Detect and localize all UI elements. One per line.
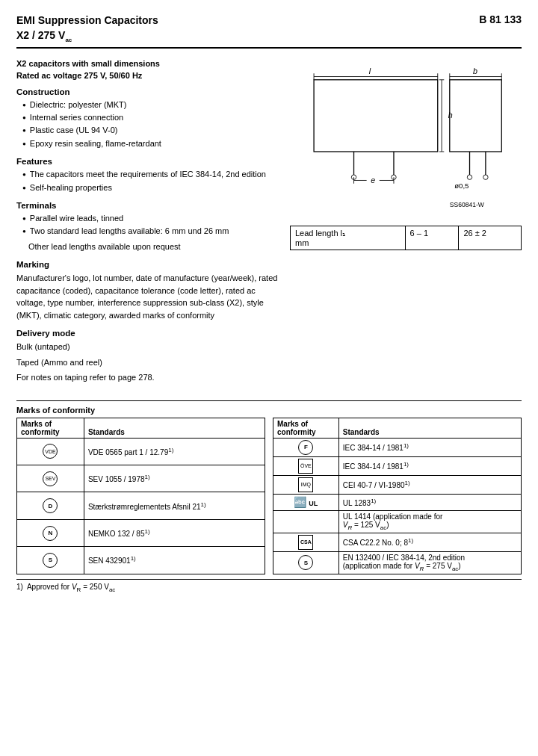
delivery-line2: Taped (Ammo and reel): [16, 356, 278, 369]
features-list: The capacitors meet the requirements of …: [16, 169, 278, 193]
list-item: Two standard lead lengths available: 6 m…: [22, 226, 278, 237]
standard-cell: Stærkstrømreglementets Afsnil 211): [84, 492, 265, 519]
table-row: ÖVE IEC 384-14 / 19811): [273, 456, 522, 475]
svg-text:b: b: [473, 66, 477, 75]
svg-point-26: [467, 175, 471, 179]
svg-point-27: [483, 175, 488, 179]
mark-cell: S: [17, 547, 84, 574]
standard-cell: EN 132400 / IEC 384-14, 2nd edition(appl…: [338, 551, 521, 574]
standard-cell: IEC 384-14 / 19811): [338, 456, 521, 475]
main-content: X2 capacitors with small dimensions Rate…: [16, 59, 522, 390]
table-row: UL 1414 (application made forVR = 125 Va…: [273, 510, 522, 533]
list-item: Parallel wire leads, tinned: [22, 213, 278, 224]
mark-cell: CSA: [273, 533, 339, 551]
svg-text:SS60841-W: SS60841-W: [450, 200, 485, 208]
svg-text:ø0,5: ø0,5: [454, 182, 469, 190]
table-row: CSA CSA C22.2 No. 0; 81): [273, 533, 522, 551]
standard-cell: IEC 384-14 / 19811): [338, 438, 521, 456]
standard-cell: SEV 1055 / 19781): [84, 465, 265, 492]
lead-length-table: Lead length l₁ mm 6 – 1 26 ± 2: [290, 226, 522, 250]
list-item: Plastic case (UL 94 V-0): [22, 125, 278, 136]
mark-cell: N: [17, 519, 84, 546]
mark-cell: SEV: [17, 465, 84, 492]
standard-cell: SEN 4329011): [84, 547, 265, 574]
capacitor-svg: l b h e: [290, 59, 522, 219]
lead-table-header: Lead length l₁ mm: [291, 226, 406, 250]
header-code: B 81 133: [479, 13, 522, 25]
table-row: VDE VDE 0565 part 1 / 12.791): [17, 438, 265, 465]
lead-table-value2: 26 ± 2: [459, 226, 522, 250]
left-conformity-table: Marks ofconformity Standards VDE VDE 056…: [16, 418, 265, 574]
standard-cell: UL 1414 (application made forVR = 125 Va…: [338, 510, 521, 533]
delivery-title: Delivery mode: [16, 329, 278, 338]
list-item: The capacitors meet the requirements of …: [22, 169, 278, 180]
table-row: IMQ CEI 40-7 / VI-19801): [273, 475, 522, 494]
right-column: l b h e: [290, 59, 522, 390]
list-item: Internal series connection: [22, 112, 278, 123]
mark-cell: IMQ: [273, 475, 339, 494]
construction-title: Construction: [16, 87, 278, 96]
table-row: D Stærkstrømreglementets Afsnil 211): [17, 492, 265, 519]
svg-text:l: l: [369, 66, 371, 75]
right-conformity-table: Marks ofconformity Standards F IEC 384-1…: [273, 418, 522, 574]
list-item: Dielectric: polyester (MKT): [22, 99, 278, 111]
terminals-list: Parallel wire leads, tinned Two standard…: [16, 213, 278, 238]
col-header-standards-right: Standards: [338, 418, 521, 438]
mark-cell: S: [273, 551, 339, 574]
conformity-tables: Marks ofconformity Standards VDE VDE 056…: [16, 418, 522, 574]
list-item: Self-healing properties: [22, 182, 278, 193]
intro-line1: X2 capacitors with small dimensions: [16, 59, 278, 68]
page-header: EMI Suppression Capacitors X2 / 275 Vac …: [16, 13, 522, 49]
conformity-section: Marks of conformity Marks ofconformity S…: [16, 400, 522, 574]
table-row: SEV SEV 1055 / 19781): [17, 465, 265, 492]
table-row: 🔤 UL UL 12831): [273, 494, 522, 510]
terminals-extra: Other lead lengths available upon reques…: [16, 241, 278, 253]
mark-cell: D: [17, 492, 84, 519]
mark-cell: [273, 510, 339, 533]
features-title: Features: [16, 157, 278, 166]
lead-table-value1: 6 – 1: [405, 226, 459, 250]
svg-rect-20: [450, 79, 501, 151]
intro-line2: Rated ac voltage 275 V, 50/60 Hz: [16, 71, 278, 80]
table-row: N NEMKO 132 / 851): [17, 519, 265, 546]
svg-rect-8: [314, 79, 438, 151]
delivery-line1: Bulk (untaped): [16, 341, 278, 353]
diagram-area: l b h e: [290, 59, 522, 220]
marking-title: Marking: [16, 260, 278, 269]
standard-cell: NEMKO 132 / 851): [84, 519, 265, 546]
table-row: S SEN 4329011): [17, 547, 265, 574]
col-header-marks-left: Marks ofconformity: [17, 418, 84, 438]
mark-cell: 🔤 UL: [273, 494, 339, 510]
col-header-marks-right: Marks ofconformity: [273, 418, 339, 438]
list-item: Epoxy resin sealing, flame-retardant: [22, 138, 278, 149]
footnote-text: 1) Approved for VR = 250 Vac: [16, 583, 115, 591]
standard-cell: CEI 40-7 / VI-19801): [338, 475, 521, 494]
standard-cell: CSA C22.2 No. 0; 81): [338, 533, 521, 551]
mark-cell: F: [273, 438, 339, 456]
standard-cell: VDE 0565 part 1 / 12.791): [84, 438, 265, 465]
table-row: S EN 132400 / IEC 384-14, 2nd edition(ap…: [273, 551, 522, 574]
svg-text:h: h: [448, 111, 453, 120]
mark-cell: VDE: [17, 438, 84, 465]
svg-text:e: e: [371, 175, 375, 184]
terminals-title: Terminals: [16, 201, 278, 210]
table-row: F IEC 384-14 / 19811): [273, 438, 522, 456]
mark-cell: ÖVE: [273, 456, 339, 475]
delivery-line3: For notes on taping refer to page 278.: [16, 371, 278, 384]
footnote: 1) Approved for VR = 250 Vac: [16, 579, 522, 593]
standard-cell: UL 12831): [338, 494, 521, 510]
marking-text: Manufacturer's logo, lot number, date of…: [16, 272, 278, 321]
construction-list: Dielectric: polyester (MKT) Internal ser…: [16, 99, 278, 150]
col-header-standards-left: Standards: [84, 418, 265, 438]
left-column: X2 capacitors with small dimensions Rate…: [16, 59, 278, 390]
header-title: EMI Suppression Capacitors X2 / 275 Vac: [16, 13, 158, 44]
conformity-title: Marks of conformity: [16, 406, 522, 415]
